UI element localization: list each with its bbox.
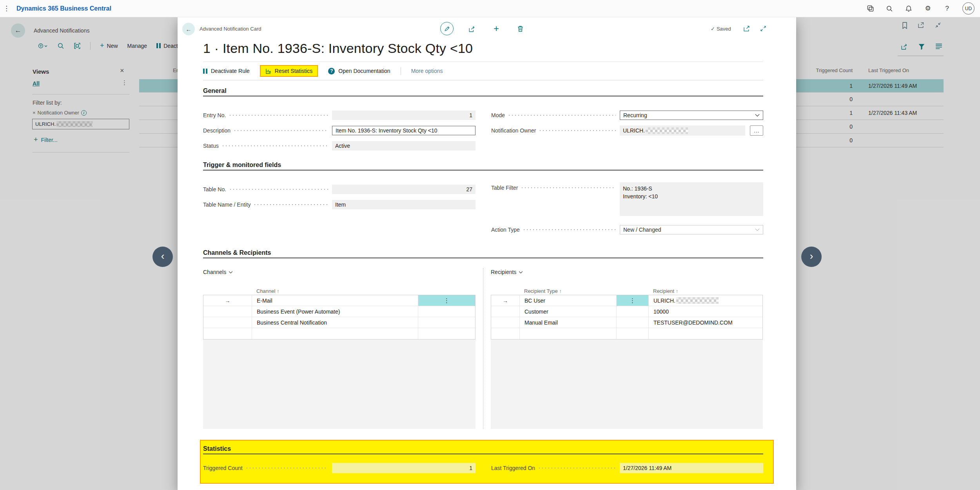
- channel-row[interactable]: → E-Mail ⋮: [203, 295, 475, 306]
- open-documentation-button[interactable]: ? Open Documentation: [328, 68, 390, 74]
- active-row-arrow-icon: →: [491, 295, 520, 306]
- back-arrow-icon[interactable]: ←: [182, 23, 195, 35]
- row-menu-kebab-icon[interactable]: ⋮: [617, 295, 649, 306]
- channels-grid: → E-Mail ⋮ Business Event (Power Automat…: [203, 295, 475, 339]
- notification-owner-value[interactable]: ULRICH.: [620, 125, 745, 136]
- field-action-type: Action Type New / Changed: [491, 225, 763, 234]
- masked-value: [676, 297, 719, 304]
- help-icon[interactable]: ?: [943, 5, 951, 13]
- action-type-select[interactable]: New / Changed: [620, 225, 763, 234]
- section-general-header[interactable]: General: [203, 87, 763, 96]
- field-last-triggered-on: Last Triggered On 1/27/2026 11:49 AM: [491, 463, 763, 473]
- save-status: ✓ Saved: [711, 26, 731, 32]
- assist-edit-button[interactable]: …: [750, 125, 763, 136]
- user-avatar[interactable]: UD: [962, 2, 975, 15]
- column-channel[interactable]: Channel ↑: [252, 288, 279, 294]
- pause-icon: [203, 69, 207, 74]
- open-in-new-window-icon[interactable]: [744, 25, 750, 32]
- table-filter-value[interactable]: No.: 1936-S Inventory: <10: [620, 182, 763, 216]
- field-entry-no: Entry No. 1: [203, 111, 475, 120]
- notifications-bell-icon[interactable]: [905, 5, 913, 13]
- recipient-row[interactable]: Customer 10000: [491, 306, 762, 317]
- check-icon: ✓: [711, 26, 715, 32]
- section-general: General Entry No. 1 Description Item No.…: [203, 87, 763, 151]
- channels-grid-header: Channel ↑: [203, 287, 475, 295]
- chevron-down-icon: [229, 271, 233, 274]
- section-channels-recipients: Channels & Recipients Channels Channel ↑: [203, 249, 763, 429]
- deactivate-rule-button[interactable]: Deactivate Rule: [203, 68, 250, 74]
- next-record-button[interactable]: ›: [801, 247, 822, 267]
- edit-pencil-icon[interactable]: [440, 22, 454, 35]
- column-recipient[interactable]: Recipient ↑: [648, 288, 678, 294]
- app-header-actions: ⚙ ? UD: [866, 2, 980, 15]
- triggered-count-value[interactable]: 1: [332, 463, 475, 473]
- reset-statistics-button[interactable]: Reset Statistics: [260, 65, 318, 77]
- more-options-button[interactable]: More options: [411, 68, 443, 74]
- advanced-notification-card-dialog: ← Advanced Notification Card + ✓ Sav: [178, 17, 796, 490]
- card-action-bar: Deactivate Rule Reset Statistics ? Open …: [203, 62, 763, 80]
- dynamics365-icon[interactable]: [866, 5, 874, 13]
- chevron-down-icon: [519, 271, 523, 274]
- field-notification-owner: Notification Owner ULRICH. …: [491, 126, 763, 135]
- masked-value: [646, 127, 688, 134]
- recipients-grid-filler: [491, 339, 763, 429]
- description-input[interactable]: Item No. 1936-S: Inventory Stock Qty <10: [332, 126, 475, 135]
- section-statistics-header[interactable]: Statistics: [203, 445, 763, 454]
- sort-asc-icon: ↑: [277, 288, 279, 294]
- page-title: 1 · Item No. 1936-S: Inventory Stock Qty…: [203, 41, 473, 56]
- card-header: ← Advanced Notification Card + ✓ Sav: [178, 23, 796, 38]
- app-header: ⋮ Dynamics 365 Business Central ⚙ ?: [0, 0, 980, 17]
- section-trigger: Trigger & monitored fields Table No. 27 …: [203, 162, 763, 234]
- chevron-down-icon: [755, 228, 760, 231]
- card-caption: Advanced Notification Card: [200, 26, 261, 32]
- section-trigger-header[interactable]: Trigger & monitored fields: [203, 162, 763, 171]
- field-mode: Mode Recurring: [491, 111, 763, 120]
- last-triggered-on-value[interactable]: 1/27/2026 11:49 AM: [620, 463, 763, 473]
- channel-row[interactable]: Business Event (Power Automate): [203, 306, 475, 317]
- mode-select[interactable]: Recurring: [620, 111, 763, 120]
- active-row-arrow-icon: →: [203, 295, 252, 306]
- status-value[interactable]: Active: [332, 141, 475, 151]
- channel-row[interactable]: Business Central Notification: [203, 317, 475, 328]
- field-triggered-count: Triggered Count 1: [203, 463, 475, 473]
- sort-asc-icon: ↑: [676, 288, 679, 294]
- channels-subpage-header[interactable]: Channels: [203, 268, 475, 276]
- row-menu-kebab-icon[interactable]: ⋮: [418, 295, 475, 306]
- table-name-value[interactable]: Item: [332, 200, 475, 209]
- recipient-row[interactable]: Manual Email TESTUSER@DEDOMIND.COM: [491, 317, 762, 328]
- share-icon[interactable]: [468, 25, 475, 33]
- recipients-grid: → BC User ⋮ ULRICH. Customer 10000: [491, 295, 763, 339]
- field-status: Status Active: [203, 141, 475, 151]
- field-description: Description Item No. 1936-S: Inventory S…: [203, 126, 475, 135]
- section-channels-recipients-header[interactable]: Channels & Recipients: [203, 249, 763, 258]
- app-title[interactable]: Dynamics 365 Business Central: [16, 5, 111, 12]
- screen: ⋮ Dynamics 365 Business Central ⚙ ?: [0, 0, 980, 490]
- more-vertical-icon[interactable]: ⋮: [0, 4, 13, 13]
- field-table-no: Table No. 27: [203, 185, 475, 194]
- new-record-plus-icon[interactable]: +: [494, 24, 499, 34]
- recipients-grid-header: Recipient Type ↑ Recipient ↑: [491, 287, 763, 295]
- reset-statistics-icon: [265, 68, 271, 74]
- recipients-subpage-header[interactable]: Recipients: [491, 268, 763, 276]
- entry-no-value[interactable]: 1: [332, 111, 475, 120]
- column-recipient-type[interactable]: Recipient Type ↑: [519, 288, 616, 294]
- recipient-row-empty[interactable]: [491, 328, 762, 339]
- fasttab-dotted-divider: [483, 268, 483, 429]
- chevron-left-icon: ‹: [161, 250, 165, 262]
- settings-gear-icon[interactable]: ⚙: [924, 5, 932, 13]
- channel-row-empty[interactable]: [203, 328, 475, 339]
- table-no-value[interactable]: 27: [332, 185, 475, 194]
- recipient-row[interactable]: → BC User ⋮ ULRICH.: [491, 295, 762, 306]
- chevron-right-icon: ›: [810, 250, 813, 262]
- section-statistics-highlighted: Statistics Triggered Count 1 Last Trigge…: [200, 440, 774, 484]
- channels-grid-filler: [203, 339, 475, 429]
- search-icon[interactable]: [886, 5, 893, 13]
- delete-trash-icon[interactable]: [517, 25, 524, 32]
- chevron-down-icon: [755, 114, 760, 117]
- previous-record-button[interactable]: ‹: [152, 247, 173, 267]
- field-table-filter: Table Filter No.: 1936-S Inventory: <10: [491, 182, 763, 216]
- question-circle-icon: ?: [328, 68, 335, 74]
- field-table-name: Table Name / Entity Item: [203, 200, 475, 209]
- sort-asc-icon: ↑: [559, 288, 562, 294]
- expand-icon[interactable]: [760, 25, 766, 32]
